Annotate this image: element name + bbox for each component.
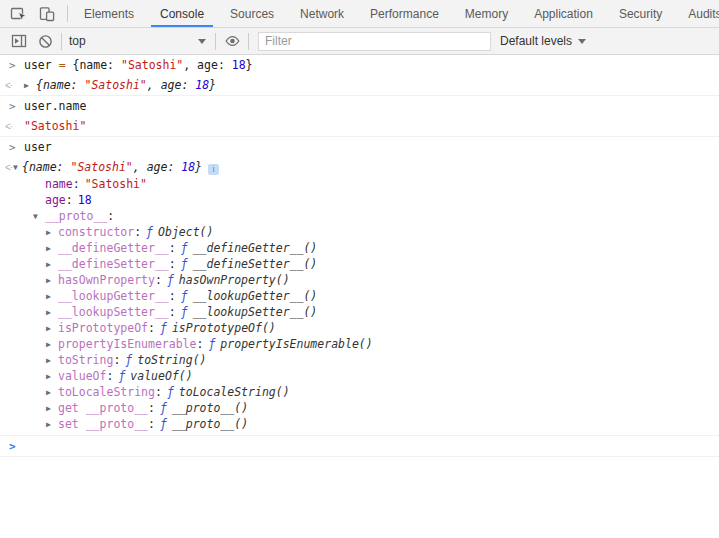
expand-triangle-icon[interactable]: ▶ [46,258,58,271]
preview-token: , age: [147,78,195,92]
log-levels-dropdown[interactable]: Default levels [500,34,586,48]
property-value: 18 [78,193,92,207]
preview-token: {name: [22,160,70,174]
expand-triangle-icon[interactable]: ▶ [46,274,58,287]
proto-method-row[interactable]: ▶hasOwnProperty:ƒhasOwnProperty() [0,272,719,288]
proto-method-row[interactable]: ▶__lookupGetter__:ƒ__lookupGetter__() [0,288,719,304]
tab-console[interactable]: Console [147,0,217,27]
expand-triangle-icon[interactable]: ▶ [46,354,58,367]
property-name: __lookupGetter__ [58,289,169,303]
code-operator: = [59,58,66,72]
eye-watch-icon[interactable] [219,29,245,53]
preview-string: "Satoshi" [70,160,132,174]
proto-method-row[interactable]: ▶isPrototypeOf:ƒisPrototypeOf() [0,320,719,336]
toolbar-separator [248,33,249,50]
tab-sources[interactable]: Sources [217,0,287,27]
input-prompt-icon: > [9,141,16,154]
colon: : [66,193,73,207]
expand-triangle-icon[interactable]: ▶ [46,386,58,399]
panel-tabs: Elements Console Sources Network Perform… [71,0,719,27]
tab-security[interactable]: Security [606,0,675,27]
caret-down-icon [198,39,206,44]
proto-method-row[interactable]: ▶set __proto__:ƒ__proto__() [0,416,719,432]
collapse-triangle-icon[interactable]: ▼ [13,161,22,174]
code-token: } [246,58,253,72]
preview-token: } [209,78,216,92]
console-prompt-row[interactable]: > [0,436,719,457]
colon: : [169,289,176,303]
devtools-tabbar: Elements Console Sources Network Perform… [0,0,719,28]
collapse-triangle-icon[interactable]: ▼ [33,210,45,223]
proto-method-row[interactable]: ▶valueOf:ƒvalueOf() [0,368,719,384]
colon: : [107,209,114,223]
proto-method-row[interactable]: ▶get __proto__:ƒ__proto__() [0,400,719,416]
function-signature: toString() [137,353,206,367]
toolbar-separator [215,33,216,50]
function-symbol: ƒ [125,353,132,367]
info-badge-icon[interactable]: i [208,164,219,175]
expand-triangle-icon[interactable]: ▶ [46,306,58,319]
console-result-row: <· ▶{name: "Satoshi", age: 18} [0,75,719,96]
tab-performance[interactable]: Performance [357,0,452,27]
object-property-row: name:"Satoshi" [0,176,719,192]
input-prompt-icon: > [9,59,16,72]
console-sidebar-icon[interactable] [6,29,32,53]
expand-triangle-icon[interactable]: ▶ [46,242,58,255]
colon: : [148,417,155,431]
proto-method-row[interactable]: ▶toLocaleString:ƒtoLocaleString() [0,384,719,400]
filter-input[interactable] [258,32,491,51]
expand-triangle-icon[interactable]: ▶ [46,338,58,351]
property-name: __defineGetter__ [58,241,169,255]
expand-triangle-icon[interactable]: ▶ [46,370,58,383]
tab-application[interactable]: Application [521,0,606,27]
preview-token: {name: [36,78,84,92]
property-name: toString [58,353,113,367]
tab-network[interactable]: Network [287,0,357,27]
function-signature: __lookupGetter__() [193,289,318,303]
code-token: user.name [24,99,86,113]
tab-memory[interactable]: Memory [452,0,521,27]
proto-method-row[interactable]: ▶constructor:ƒObject() [0,224,719,240]
code-token: , age: [183,58,231,72]
tab-elements[interactable]: Elements [71,0,147,27]
function-signature: valueOf() [130,369,192,383]
result-arrow-icon: <· [5,120,12,133]
function-symbol: ƒ [160,417,167,431]
proto-method-row[interactable]: ▶toString:ƒtoString() [0,352,719,368]
expand-triangle-icon[interactable]: ▶ [46,226,58,239]
colon: : [169,241,176,255]
levels-label: Default levels [500,34,572,48]
proto-row[interactable]: ▼__proto__: [0,208,719,224]
property-name: propertyIsEnumerable [58,337,196,351]
proto-method-row[interactable]: ▶__defineGetter__:ƒ__defineGetter__() [0,240,719,256]
device-toolbar-icon[interactable] [34,2,60,26]
result-arrow-icon: <· [5,79,12,92]
console-messages: > user = {name: "Satoshi", age: 18} <· ▶… [0,55,719,538]
colon: : [73,177,80,191]
property-name: __defineSetter__ [58,257,169,271]
console-input-row: > user [0,137,719,157]
tab-audits[interactable]: Audits [675,0,719,27]
preview-number: 18 [195,78,209,92]
property-name: name [45,177,73,191]
preview-token: , age: [133,160,181,174]
property-name: isPrototypeOf [58,321,148,335]
property-name: toLocaleString [58,385,155,399]
execution-context-selector[interactable]: top [65,31,212,51]
function-symbol: ƒ [118,369,125,383]
clear-console-icon[interactable] [32,29,58,53]
colon: : [196,337,203,351]
expand-triangle-icon[interactable]: ▶ [46,418,58,431]
proto-method-row[interactable]: ▶__lookupSetter__:ƒ__lookupSetter__() [0,304,719,320]
object-header-row[interactable]: <· ▼{name: "Satoshi", age: 18}i [0,157,719,176]
expand-triangle-icon[interactable]: ▶ [46,322,58,335]
proto-method-row[interactable]: ▶__defineSetter__:ƒ__defineSetter__() [0,256,719,272]
function-signature: hasOwnProperty() [179,273,290,287]
function-signature: __defineSetter__() [193,257,318,271]
proto-method-row[interactable]: ▶propertyIsEnumerable:ƒpropertyIsEnumera… [0,336,719,352]
expand-triangle-icon[interactable]: ▶ [46,290,58,303]
function-signature: toLocaleString() [179,385,290,399]
expand-triangle-icon[interactable]: ▶ [46,402,58,415]
inspect-element-icon[interactable] [6,2,32,26]
expand-triangle-icon[interactable]: ▶ [24,79,36,92]
